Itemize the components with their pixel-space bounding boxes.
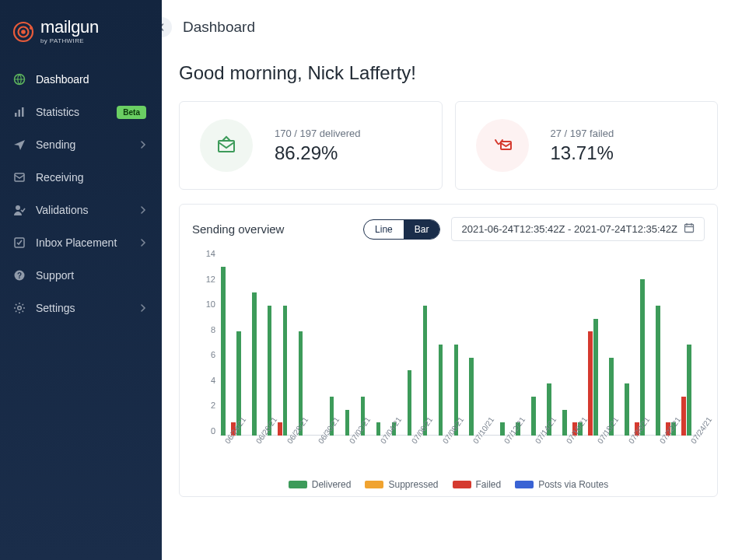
sidebar-item-statistics[interactable]: StatisticsBeta [0, 96, 162, 128]
nav: DashboardStatisticsBetaSendingReceivingV… [0, 63, 162, 324]
legend-item[interactable]: Suppressed [365, 479, 438, 490]
svg-point-3 [30, 26, 33, 30]
mailgun-logo-icon [12, 21, 34, 43]
legend-swatch [515, 481, 534, 488]
svg-point-13 [18, 306, 22, 310]
sidebar-item-receiving[interactable]: Receiving [0, 161, 162, 194]
date-range-picker[interactable]: 2021-06-24T12:35:42Z - 2021-07-24T12:35:… [451, 217, 705, 241]
delivered-label: 170 / 197 delivered [275, 128, 361, 139]
topbar: Dashboard [162, 0, 735, 47]
chart-bar [531, 397, 536, 436]
chart-bar [681, 397, 686, 436]
legend-item[interactable]: Delivered [289, 479, 352, 490]
sidebar-item-label: Dashboard [36, 73, 149, 86]
toggle-line[interactable]: Line [364, 220, 404, 239]
chart-bar [640, 279, 645, 436]
chart-bar [469, 358, 474, 436]
sidebar-item-inbox-placement[interactable]: Inbox Placement [0, 226, 162, 259]
svg-rect-5 [15, 113, 17, 117]
sidebar-item-label: Statistics [36, 106, 117, 118]
globe-icon [12, 72, 26, 86]
failed-value: 13.71% [551, 142, 614, 164]
y-tick: 0 [192, 426, 215, 436]
help-icon: ? [12, 268, 26, 282]
y-tick: 8 [192, 325, 215, 334]
inbox-icon [12, 170, 26, 184]
sidebar-item-settings[interactable]: Settings [0, 292, 162, 324]
y-tick: 4 [192, 376, 215, 385]
y-tick: 10 [192, 299, 215, 309]
bars-icon [12, 105, 26, 119]
legend-swatch [365, 481, 383, 488]
legend-label: Suppressed [388, 479, 438, 490]
svg-rect-7 [22, 107, 24, 117]
date-range-text: 2021-06-24T12:35:42Z - 2021-07-24T12:35:… [461, 223, 677, 235]
y-tick: 12 [192, 275, 215, 284]
legend-label: Delivered [312, 479, 352, 490]
svg-point-9 [16, 205, 20, 210]
sidebar-item-support[interactable]: ?Support [0, 259, 162, 292]
svg-rect-6 [19, 110, 21, 117]
failed-icon [476, 119, 529, 172]
x-axis: 06/24/2106/26/2106/28/2106/30/2107/02/21… [220, 436, 702, 474]
overview-title: Sending overview [192, 222, 352, 236]
chevron-right-icon [138, 205, 149, 215]
stat-row: 170 / 197 delivered 86.29% 27 / 197 fail… [179, 101, 718, 190]
chevron-right-icon [138, 303, 149, 313]
greeting: Good morning, Nick Lafferty! [179, 62, 718, 84]
legend-label: Failed [476, 479, 502, 490]
toggle-bar[interactable]: Bar [404, 220, 440, 239]
brand-name: mailgun [40, 19, 99, 36]
chart-type-toggle: Line Bar [363, 219, 440, 240]
chart-bar [408, 370, 412, 436]
sidebar-item-dashboard[interactable]: Dashboard [0, 63, 162, 96]
svg-rect-8 [15, 173, 24, 181]
chart-area: 14121086420 06/24/2106/26/2106/28/2106/3… [192, 249, 705, 490]
collapse-sidebar-button[interactable] [162, 17, 172, 37]
legend-item[interactable]: Posts via Routes [515, 479, 608, 490]
main: Dashboard Good morning, Nick Lafferty! 1… [162, 0, 735, 560]
legend-swatch [289, 481, 307, 488]
page-title: Dashboard [183, 19, 255, 36]
calendar-icon [684, 222, 695, 236]
chart-bar [562, 410, 567, 436]
sidebar-item-label: Settings [36, 302, 138, 314]
chart-bar [376, 422, 381, 436]
chart-bar [439, 345, 443, 436]
legend-label: Posts via Routes [538, 479, 608, 490]
sidebar: mailgun by PATHWIRE DashboardStatisticsB… [0, 0, 162, 560]
inbox-placement-icon [12, 236, 26, 250]
delivered-icon [200, 119, 253, 172]
failed-stat-card: 27 / 197 failed 13.71% [455, 101, 719, 190]
chart-plot [220, 254, 702, 436]
legend-swatch [453, 481, 471, 488]
svg-rect-14 [219, 141, 234, 152]
y-tick: 14 [192, 249, 215, 258]
sidebar-item-label: Validations [36, 204, 138, 216]
sidebar-item-label: Inbox Placement [36, 236, 138, 249]
sidebar-item-sending[interactable]: Sending [0, 128, 162, 161]
send-icon [12, 138, 26, 152]
delivered-stat-card: 170 / 197 delivered 86.29% [179, 101, 443, 190]
chevron-right-icon [138, 139, 149, 150]
logo: mailgun by PATHWIRE [0, 12, 162, 63]
svg-point-2 [21, 30, 26, 34]
sidebar-item-label: Support [36, 269, 149, 282]
gear-icon [12, 301, 26, 315]
user-check-icon [12, 203, 26, 217]
chart-legend: DeliveredSuppressedFailedPosts via Route… [192, 479, 705, 490]
chart-bar [625, 383, 629, 436]
chevron-right-icon [138, 237, 149, 248]
legend-item[interactable]: Failed [453, 479, 502, 490]
beta-badge: Beta [117, 106, 146, 119]
chart-bar [252, 292, 257, 436]
sidebar-item-label: Receiving [36, 171, 149, 184]
sidebar-item-label: Sending [36, 138, 138, 151]
content: Good morning, Nick Lafferty! 170 / 197 d… [162, 47, 735, 497]
chart-bar [656, 306, 660, 436]
chart-bar [345, 410, 350, 436]
chart-bar [687, 345, 691, 436]
chart-bar [500, 422, 505, 436]
sidebar-item-validations[interactable]: Validations [0, 194, 162, 226]
y-axis: 14121086420 [192, 249, 215, 436]
